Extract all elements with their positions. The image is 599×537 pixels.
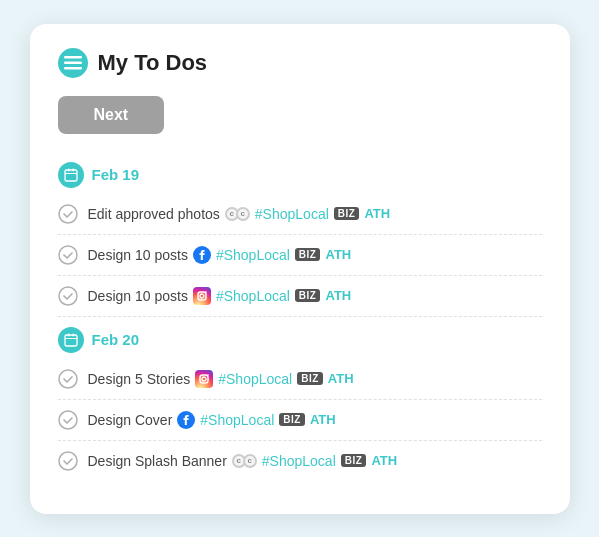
task-label-1-1: Design Cover <box>88 412 173 428</box>
task-text-0-0: Edit approved photos cc #ShopLocal BIZ A… <box>88 206 542 222</box>
task-row-0-0: Edit approved photos cc #ShopLocal BIZ A… <box>58 194 542 235</box>
task-row-0-2: Design 10 posts #ShopLocal BIZ ATH <box>58 276 542 317</box>
svg-rect-11 <box>193 287 211 305</box>
svg-point-26 <box>59 452 77 470</box>
svg-rect-17 <box>72 333 74 336</box>
hashtag-0-0: #ShopLocal <box>255 206 329 222</box>
svg-point-7 <box>59 205 77 223</box>
task-text-0-2: Design 10 posts #ShopLocal BIZ ATH <box>88 287 542 305</box>
social-icon-0-1 <box>193 246 211 264</box>
hashtag-1-2: #ShopLocal <box>262 453 336 469</box>
todo-card: My To Dos Next Feb 19 Edit approved phot… <box>30 24 570 514</box>
task-label-1-2: Design Splash Banner <box>88 453 227 469</box>
svg-rect-16 <box>68 333 70 336</box>
svg-rect-4 <box>68 168 70 171</box>
check-icon-1-2 <box>58 451 78 471</box>
brand-ath-0-2: ATH <box>325 288 351 303</box>
task-label-1-0: Design 5 Stories <box>88 371 191 387</box>
brand-badge-0-0: BIZ <box>334 207 360 220</box>
task-row-1-0: Design 5 Stories #ShopLocal BIZ ATH <box>58 359 542 400</box>
social-icon-1-2: cc <box>232 454 257 468</box>
svg-point-14 <box>205 291 207 293</box>
brand-badge-1-0: BIZ <box>297 372 323 385</box>
task-row-1-2: Design Splash Banner cc #ShopLocal BIZ A… <box>58 441 542 481</box>
task-row-1-1: Design Cover #ShopLocal BIZ ATH <box>58 400 542 441</box>
svg-rect-15 <box>65 335 77 346</box>
title-list-icon <box>58 48 88 78</box>
svg-rect-0 <box>64 56 82 59</box>
task-text-1-1: Design Cover #ShopLocal BIZ ATH <box>88 411 542 429</box>
check-icon-0-1 <box>58 245 78 265</box>
brand-ath-0-0: ATH <box>364 206 390 221</box>
social-icon-1-1 <box>177 411 195 429</box>
hashtag-1-0: #ShopLocal <box>218 371 292 387</box>
brand-ath-0-1: ATH <box>325 247 351 262</box>
hashtag-1-1: #ShopLocal <box>200 412 274 428</box>
next-button[interactable]: Next <box>58 96 165 134</box>
date-icon-1 <box>58 327 84 353</box>
check-icon-0-0 <box>58 204 78 224</box>
task-text-1-0: Design 5 Stories #ShopLocal BIZ ATH <box>88 370 542 388</box>
brand-badge-1-2: BIZ <box>341 454 367 467</box>
svg-rect-20 <box>195 370 213 388</box>
svg-point-24 <box>59 411 77 429</box>
svg-point-10 <box>59 287 77 305</box>
check-icon-1-0 <box>58 369 78 389</box>
brand-ath-1-0: ATH <box>328 371 354 386</box>
svg-rect-3 <box>65 170 77 181</box>
social-icon-1-0 <box>195 370 213 388</box>
check-icon-0-2 <box>58 286 78 306</box>
task-text-0-1: Design 10 posts #ShopLocal BIZ ATH <box>88 246 542 264</box>
svg-rect-18 <box>65 338 77 339</box>
svg-rect-6 <box>65 173 77 174</box>
svg-rect-1 <box>64 61 82 64</box>
date-icon-0 <box>58 162 84 188</box>
task-label-0-0: Edit approved photos <box>88 206 220 222</box>
page-title: My To Dos <box>58 48 542 78</box>
svg-point-8 <box>59 246 77 264</box>
hashtag-0-2: #ShopLocal <box>216 288 290 304</box>
task-label-0-1: Design 10 posts <box>88 247 188 263</box>
date-label-1: Feb 20 <box>92 331 140 348</box>
task-label-0-2: Design 10 posts <box>88 288 188 304</box>
task-text-1-2: Design Splash Banner cc #ShopLocal BIZ A… <box>88 453 542 469</box>
svg-point-19 <box>59 370 77 388</box>
date-row-0: Feb 19 <box>58 152 542 194</box>
brand-badge-1-1: BIZ <box>279 413 305 426</box>
task-row-0-1: Design 10 posts #ShopLocal BIZ ATH <box>58 235 542 276</box>
svg-point-23 <box>207 374 209 376</box>
svg-rect-2 <box>64 67 82 70</box>
social-icon-0-2 <box>193 287 211 305</box>
svg-rect-5 <box>72 168 74 171</box>
date-row-1: Feb 20 <box>58 317 542 359</box>
date-label-0: Feb 19 <box>92 166 140 183</box>
sections-container: Feb 19 Edit approved photos cc #ShopLoca… <box>58 152 542 481</box>
brand-ath-1-2: ATH <box>371 453 397 468</box>
hashtag-0-1: #ShopLocal <box>216 247 290 263</box>
check-icon-1-1 <box>58 410 78 430</box>
social-icon-0-0: cc <box>225 207 250 221</box>
brand-badge-0-1: BIZ <box>295 248 321 261</box>
brand-ath-1-1: ATH <box>310 412 336 427</box>
brand-badge-0-2: BIZ <box>295 289 321 302</box>
